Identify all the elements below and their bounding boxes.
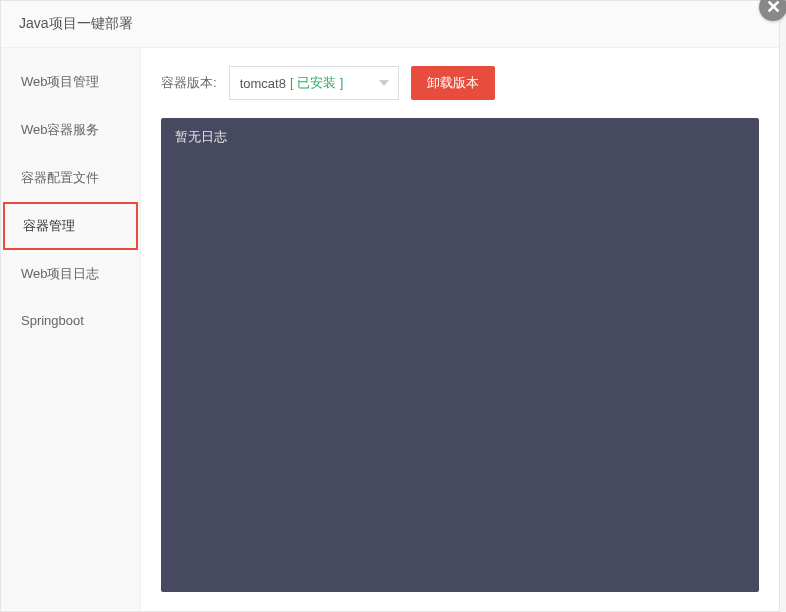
sidebar-item-web-project-log[interactable]: Web项目日志 [1,250,140,298]
version-select[interactable]: tomcat8 [ 已安装 ] [229,66,399,100]
log-panel[interactable]: 暂无日志 [161,118,759,592]
uninstall-button[interactable]: 卸载版本 [411,66,495,100]
toolbar: 容器版本: tomcat8 [ 已安装 ] 卸载版本 [161,66,759,100]
version-label: 容器版本: [161,74,217,92]
chevron-down-icon [379,80,389,86]
modal-body: Web项目管理 Web容器服务 容器配置文件 容器管理 Web项目日志 Spri… [1,48,779,610]
sidebar-item-web-project-manage[interactable]: Web项目管理 [1,58,140,106]
sidebar-item-label: Web项目管理 [21,74,100,89]
sidebar-item-label: Web容器服务 [21,122,100,137]
sidebar-item-label: 容器管理 [23,218,75,233]
sidebar-item-container-config[interactable]: 容器配置文件 [1,154,140,202]
log-empty-text: 暂无日志 [175,129,227,144]
modal-header: Java项目一键部署 [1,1,779,48]
selected-version-text: tomcat8 [240,76,286,91]
installed-tag: [ 已安装 ] [290,74,343,92]
modal-container: ✕ Java项目一键部署 Web项目管理 Web容器服务 容器配置文件 容器管理… [0,0,780,612]
version-select-wrap: tomcat8 [ 已安装 ] [229,66,399,100]
main-content: 容器版本: tomcat8 [ 已安装 ] 卸载版本 暂无日志 [141,48,779,610]
close-icon: ✕ [766,0,781,18]
modal-title: Java项目一键部署 [19,15,133,31]
sidebar-item-label: Web项目日志 [21,266,100,281]
sidebar-item-springboot[interactable]: Springboot [1,298,140,343]
sidebar-item-web-container-service[interactable]: Web容器服务 [1,106,140,154]
sidebar: Web项目管理 Web容器服务 容器配置文件 容器管理 Web项目日志 Spri… [1,48,141,610]
sidebar-item-container-manage[interactable]: 容器管理 [3,202,138,250]
sidebar-item-label: 容器配置文件 [21,170,99,185]
sidebar-item-label: Springboot [21,313,84,328]
